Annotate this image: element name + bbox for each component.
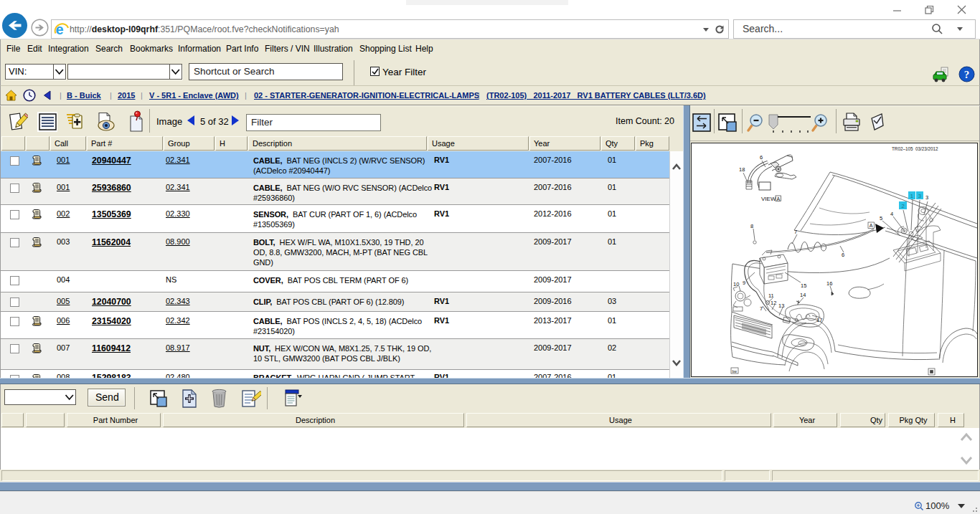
svg-text:9: 9 xyxy=(743,280,745,286)
svg-text:?: ? xyxy=(964,69,970,80)
svg-text:TR02–105 03/23/2012: TR02–105 03/23/2012 xyxy=(892,146,938,151)
svg-text:e: e xyxy=(56,22,64,37)
svg-text:12: 12 xyxy=(771,300,776,306)
svg-text:5: 5 xyxy=(880,215,882,222)
svg-text:18: 18 xyxy=(739,166,745,173)
svg-text:6: 6 xyxy=(842,252,844,258)
svg-text:A: A xyxy=(870,223,873,228)
svg-text:7: 7 xyxy=(794,229,797,235)
svg-text:8: 8 xyxy=(750,223,753,229)
svg-text:2: 2 xyxy=(902,203,905,209)
svg-text:3: 3 xyxy=(925,194,928,201)
svg-text:15: 15 xyxy=(801,282,806,289)
svg-text:A: A xyxy=(777,196,781,201)
svg-text:16: 16 xyxy=(826,280,832,287)
svg-text:1: 1 xyxy=(910,193,913,199)
svg-text:10: 10 xyxy=(733,281,739,287)
svg-text:6: 6 xyxy=(760,154,763,161)
svg-text:VIEW: VIEW xyxy=(761,196,776,202)
svg-text:4: 4 xyxy=(890,211,893,217)
svg-text:bw: bw xyxy=(732,369,738,373)
svg-text:3: 3 xyxy=(918,193,921,199)
svg-text:7: 7 xyxy=(760,305,763,312)
svg-text:17: 17 xyxy=(816,317,822,323)
svg-text:14: 14 xyxy=(800,292,806,298)
svg-text:13: 13 xyxy=(778,303,784,309)
svg-text:11: 11 xyxy=(768,292,774,299)
